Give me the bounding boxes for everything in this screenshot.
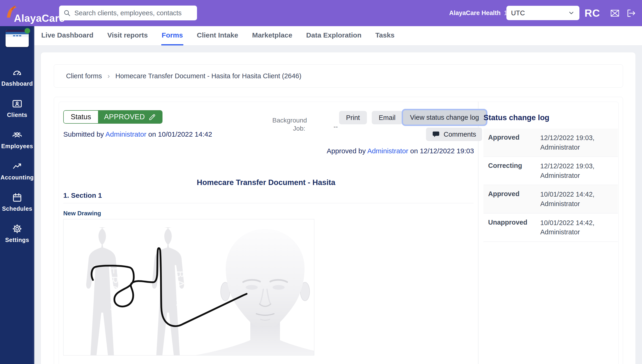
log-when: 12/12/2022 19:03, Administrator — [540, 133, 615, 152]
comment-bubble-icon — [432, 130, 440, 138]
head-model — [193, 229, 314, 356]
sidebar-item-label: Settings — [5, 237, 29, 243]
alayacare-logo[interactable]: AlayaCare — [5, 5, 65, 24]
dashboard-icon — [12, 67, 23, 78]
sidebar-item-settings[interactable]: Settings — [0, 217, 34, 248]
online-status-badge — [25, 28, 30, 34]
approved-prefix: Approved by — [327, 147, 366, 155]
sidebar-item-label: Employees — [1, 143, 33, 150]
log-datetime: 10/01/2022 14:42, — [540, 190, 615, 199]
breadcrumb-current: Homecare Transfer Document - Hasita for … — [115, 72, 301, 80]
chevron-down-icon — [568, 10, 575, 16]
org-name: AlayaCare Health — [449, 10, 501, 17]
drawing-field-label: New Drawing — [63, 210, 101, 217]
tab-client-intake[interactable]: Client Intake — [196, 26, 238, 46]
section-heading: 1. Section 1 — [63, 192, 102, 199]
log-status: Approved — [488, 133, 540, 152]
sidebar-item-clients[interactable]: Clients — [0, 92, 34, 124]
tab-forms[interactable]: Forms — [161, 26, 184, 46]
schedules-icon — [12, 192, 23, 203]
log-row: Unapproved 10/01/2022 14:42, Administrat… — [483, 214, 618, 242]
log-row: Approved 12/12/2022 19:03, Administrator — [483, 128, 618, 157]
log-when: 10/01/2022 14:42, Administrator — [540, 218, 615, 237]
log-user: Administrator — [540, 228, 615, 237]
sidebar-item-label: Dashboard — [2, 80, 33, 87]
view-status-change-log-button[interactable]: View status change log — [403, 110, 486, 124]
edit-pencil-icon — [149, 113, 156, 121]
mail-icon[interactable] — [610, 8, 620, 18]
employees-icon — [12, 130, 23, 140]
log-when: 12/12/2022 19:03, Administrator — [540, 162, 615, 180]
log-datetime: 12/12/2022 19:03, — [540, 162, 615, 171]
breadcrumb: Client forms › Homecare Transfer Documen… — [54, 64, 623, 88]
front-label: FRONT — [108, 268, 120, 314]
print-button[interactable]: Print — [339, 111, 367, 124]
sidebar-item-employees[interactable]: Employees — [0, 124, 34, 155]
sidebar-item-schedules[interactable]: Schedules — [0, 186, 34, 217]
avatar-initials: RC — [584, 7, 600, 19]
log-status: Approved — [488, 190, 540, 208]
status-pill-label: Status — [64, 111, 98, 123]
log-datetime: 10/01/2022 14:42, — [540, 218, 615, 228]
tab-marketplace[interactable]: Marketplace — [252, 26, 293, 46]
thumbnail-buttons-row — [6, 34, 29, 37]
search-icon — [63, 9, 71, 17]
comments-button[interactable]: Comments — [426, 128, 482, 141]
tab-live-dashboard[interactable]: Live Dashboard — [41, 26, 94, 46]
tab-tasks[interactable]: Tasks — [375, 26, 395, 46]
clients-icon — [12, 98, 23, 109]
logout-icon[interactable] — [626, 8, 636, 18]
sidebar-item-label: Clients — [7, 112, 27, 118]
timezone-select[interactable]: UTC — [506, 6, 579, 20]
sidebar-item-accounting[interactable]: Accounting — [0, 155, 34, 186]
status-change-log-panel: Status change log Approved 12/12/2022 19… — [483, 113, 618, 242]
submitted-prefix: Submitted by — [63, 130, 104, 138]
submitted-user-link[interactable]: Administrator — [105, 130, 146, 138]
breadcrumb-parent-link[interactable]: Client forms — [66, 72, 102, 80]
main-tabbar: Live Dashboard Visit reports Forms Clien… — [34, 26, 642, 46]
status-pill-value[interactable]: APPROVED — [98, 111, 162, 123]
status-pill: Status APPROVED — [63, 110, 162, 124]
front-body-silhouette: FRONT — [86, 228, 120, 356]
back-body-silhouette: BACK — [152, 228, 186, 356]
user-avatar[interactable]: RC — [584, 0, 600, 26]
section-divider — [63, 203, 474, 203]
approved-user-link[interactable]: Administrator — [367, 147, 408, 155]
gear-icon — [12, 223, 23, 234]
log-user: Administrator — [540, 171, 615, 180]
global-search — [59, 6, 197, 20]
approved-line: Approved by Administrator on 12/12/2022 … — [327, 147, 474, 155]
log-user: Administrator — [540, 199, 615, 209]
comments-label: Comments — [444, 130, 476, 138]
sidebar-item-label: Schedules — [2, 206, 32, 212]
back-label: BACK — [174, 271, 186, 308]
log-row: Approved 10/01/2022 14:42, Administrator — [483, 185, 618, 213]
log-datetime: 12/12/2022 19:03, — [540, 133, 615, 143]
top-header: AlayaCare AlayaCare Health 19:03 UTC RC — [0, 0, 642, 26]
tab-data-exploration[interactable]: Data Exploration — [306, 26, 362, 46]
body-drawing-canvas: FRONT BACK — [63, 219, 314, 356]
timezone-value: UTC — [511, 9, 525, 17]
status-value-text: APPROVED — [104, 113, 145, 121]
accounting-icon — [12, 161, 23, 172]
tab-visit-reports[interactable]: Visit reports — [107, 26, 148, 46]
email-button[interactable]: Email — [372, 111, 403, 124]
submitted-line: Submitted by Administrator on 10/01/2022… — [63, 130, 212, 138]
approved-suffix: on 12/12/2022 19:03 — [410, 147, 474, 155]
background-job-label: Background Job: — [272, 116, 305, 132]
log-when: 10/01/2022 14:42, Administrator — [540, 190, 615, 208]
sidebar-item-label: Accounting — [1, 174, 34, 181]
logo-text: AlayaCare — [14, 12, 65, 24]
app-root: AlayaCare AlayaCare Health 19:03 UTC RC — [0, 0, 642, 364]
document-title: Homecare Transfer Document - Hasita — [54, 178, 478, 187]
form-detail-card: Status APPROVED Submitted by Administrat… — [54, 97, 623, 364]
body-diagram-image: FRONT BACK — [64, 219, 314, 356]
log-row: Correcting 12/12/2022 19:03, Administrat… — [483, 157, 618, 185]
log-status: Correcting — [488, 162, 540, 180]
background-job-value: -- — [334, 123, 338, 130]
sidebar-item-dashboard[interactable]: Dashboard — [0, 61, 34, 92]
search-input[interactable] — [74, 9, 193, 17]
sidebar-nav: Dashboard Clients Employees — [0, 61, 34, 248]
status-change-log-title: Status change log — [483, 113, 618, 122]
submitted-suffix: on 10/01/2022 14:42 — [148, 130, 212, 138]
